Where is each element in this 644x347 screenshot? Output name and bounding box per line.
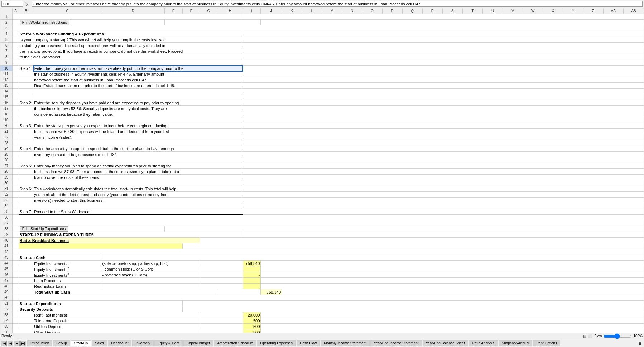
col-header-g[interactable]: G [200, 8, 217, 14]
table-row: 5 Is your company a start-up? This works… [0, 37, 644, 43]
col-header-l[interactable]: L [302, 8, 322, 14]
table-row: 13 Real Estate Loans taken out prior to … [0, 83, 644, 89]
col-header-x[interactable]: X [543, 8, 563, 14]
row-num-39: 39 [0, 232, 13, 238]
cell-b20[interactable]: Step 3: [19, 123, 33, 129]
cell-c16: Enter the security deposits you have pai… [33, 100, 243, 106]
table-row: 54 Telephone Deposit 500 [0, 318, 644, 324]
col-header-t[interactable]: T [462, 8, 482, 14]
formula-bar-input[interactable] [32, 1, 643, 7]
row-num-20: 20 [0, 123, 13, 129]
table-row: 32 you think about the debt (loans) and … [0, 192, 644, 198]
col-header-b[interactable]: B [19, 8, 33, 14]
cell-h53[interactable]: 20,000 [243, 312, 261, 318]
col-header-m[interactable]: M [322, 8, 342, 14]
table-row: 34 [0, 203, 644, 209]
col-header-i[interactable]: I [243, 8, 261, 14]
row-num-9: 9 [0, 60, 13, 66]
cell-h47[interactable] [243, 278, 261, 284]
table-row: 28 business in rows 87-93. Enter amounts… [0, 169, 644, 175]
table-row: 45 Equity Investments2 - common stock (C… [0, 266, 644, 272]
cell-d46: - preferred stock (C Corp) [101, 272, 200, 278]
row-num-12: 12 [0, 77, 13, 83]
col-header-n[interactable]: N [342, 8, 362, 14]
cell-c10[interactable]: Enter the money you or other investors h… [33, 66, 243, 71]
col-header-ab[interactable]: AB [624, 8, 644, 14]
cell-h44[interactable]: 758,540 [243, 261, 261, 266]
col-header-h[interactable]: H [217, 8, 243, 14]
col-header-u[interactable]: U [482, 8, 503, 14]
cell-b10[interactable]: Step 1: [19, 66, 33, 71]
col-header-r[interactable]: R [422, 8, 442, 14]
table-row: 17 the business in rows 53-56. Security … [0, 106, 644, 111]
cell-a4[interactable] [13, 31, 19, 37]
cell-rest-1[interactable] [243, 14, 644, 20]
row-num-31: 31 [0, 186, 13, 192]
table-row: 25 inventory on hand to begin business i… [0, 152, 644, 157]
cell-b24[interactable]: Step 4: [19, 146, 33, 152]
row-num-21: 21 [0, 129, 13, 134]
cell-b4[interactable]: Start-up Worksheet: Funding & Expenditur… [19, 31, 243, 37]
cell-b40: Bed & Breakfast Business [19, 238, 200, 243]
col-header-z[interactable]: Z [583, 8, 603, 14]
cell-h48[interactable]: - [243, 284, 261, 289]
col-header-o[interactable]: O [362, 8, 382, 14]
col-header-y[interactable]: Y [563, 8, 583, 14]
col-header-j[interactable]: J [261, 8, 282, 14]
cell-h55[interactable]: 500 [243, 324, 261, 329]
col-header-w[interactable]: W [523, 8, 543, 14]
cell-b16[interactable]: Step 2: [19, 100, 33, 106]
print-startup-btn[interactable]: Print Start-Up Expenditures [20, 226, 68, 232]
cell-e2[interactable] [165, 20, 261, 25]
row-num-7: 7 [0, 48, 13, 54]
formula-separator: fx [23, 1, 30, 7]
row-num-34: 34 [0, 203, 13, 209]
cell-reference-box[interactable] [1, 1, 23, 7]
col-header-k[interactable]: K [282, 8, 302, 14]
col-header-f[interactable]: F [182, 8, 200, 14]
table-row: 30 [0, 180, 644, 186]
cell-a1[interactable] [13, 14, 19, 20]
cell-b43: Start-up Cash [19, 255, 101, 261]
col-header-aa[interactable]: AA [603, 8, 624, 14]
spreadsheet-area: A B C D E F G H I J K L M N O P Q R S T … [0, 8, 644, 333]
cell-c56: Other Deposits [33, 329, 200, 333]
cell-b11[interactable] [19, 71, 33, 77]
col-header-v[interactable]: V [503, 8, 523, 14]
cell-b35[interactable]: Step 7: [19, 209, 33, 215]
cell-c13[interactable]: Real Estate Loans taken out prior to the… [33, 83, 243, 89]
print-worksheet-btn[interactable]: Print Worksheet Instructions [20, 20, 69, 25]
cell-b2[interactable]: Print Worksheet Instructions [19, 20, 164, 25]
table-row: 29 loan to cover the costs of these item… [0, 175, 644, 180]
row-num-29: 29 [0, 175, 13, 180]
col-header-q[interactable]: Q [402, 8, 422, 14]
row-num-19: 19 [0, 117, 13, 123]
col-header-e[interactable]: E [165, 8, 182, 14]
col-header-c[interactable]: C [33, 8, 101, 14]
cell-a2[interactable] [13, 20, 19, 25]
cell-h45[interactable]: - [243, 266, 261, 272]
cell-b1[interactable] [19, 14, 243, 20]
cell-c11[interactable]: the start of business in Equity Investme… [33, 71, 243, 77]
cell-c12[interactable]: borrowed before the start of business in… [33, 77, 243, 83]
row-num-54: 54 [0, 318, 13, 324]
table-row: 33 investors) needed to start this busin… [0, 198, 644, 203]
col-header-d[interactable]: D [101, 8, 165, 14]
cell-c55: Utilities Deposit [33, 324, 200, 329]
table-row: 50 [0, 295, 644, 301]
cell-b13[interactable] [19, 83, 33, 89]
cell-b31[interactable]: Step 6: [19, 186, 33, 192]
table-row: 49 Total Start-up Cash 758,340 [0, 289, 644, 295]
col-header-p[interactable]: P [382, 8, 402, 14]
col-header-a[interactable]: A [13, 8, 19, 14]
cell-b38[interactable]: Print Start-Up Expenditures [19, 226, 164, 232]
cell-h56[interactable]: 500 [243, 329, 261, 333]
cell-h54[interactable]: 500 [243, 318, 261, 324]
cell-b12[interactable] [19, 77, 33, 83]
cell-c41[interactable] [19, 243, 182, 249]
table-row: 18 considered assets because they retain… [0, 111, 644, 117]
col-header-s[interactable]: S [442, 8, 462, 14]
cell-h46[interactable]: - [243, 272, 261, 278]
cell-b27[interactable]: Step 5: [19, 163, 33, 169]
table-row: 7 the financial projections. If you have… [0, 48, 644, 54]
